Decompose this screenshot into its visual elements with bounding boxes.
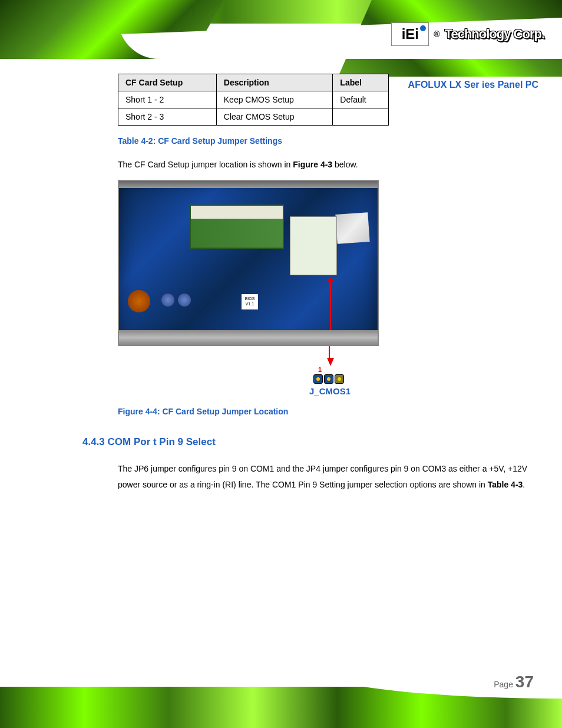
- callout-arrow-head: [327, 358, 334, 366]
- ram-module: [190, 205, 284, 249]
- inductor-coil: [128, 290, 150, 312]
- jumper-pin1-label: 1: [318, 366, 544, 373]
- page-number-badge: Page 37: [494, 673, 534, 691]
- body-text-post: .: [523, 480, 525, 489]
- table-cell: [333, 108, 389, 126]
- brand-name: Technology Corp.: [445, 27, 544, 42]
- table-row: Short 1 - 2 Keep CMOS Setup Default: [118, 91, 389, 108]
- capacitor: [178, 294, 191, 307]
- jumper-detail: 1 J_CMOS1: [312, 366, 538, 396]
- motherboard-figure: BIOS V1.1: [118, 180, 379, 346]
- wifi-module: [290, 216, 337, 275]
- bios-label: BIOS V1.1: [242, 294, 258, 309]
- location-figure-ref: Figure 4-3: [293, 160, 332, 169]
- table-cell: Short 2 - 3: [118, 108, 217, 126]
- jumper-id-label: J_CMOS1: [303, 386, 356, 396]
- table-cell: Short 1 - 2: [118, 91, 217, 108]
- callout-arrow-line: [330, 281, 331, 346]
- jumper-settings-table: CF Card Setup Description Label Short 1 …: [118, 74, 389, 126]
- ram-label-strip: [191, 206, 283, 219]
- section-heading: 4.4.3 COM Por t Pin 9 Select: [82, 436, 538, 448]
- page-content: CF Card Setup Description Label Short 1 …: [35, 65, 538, 657]
- location-text-pre: The CF Card Setup jumper location is sho…: [118, 160, 293, 169]
- cf-slot: [335, 212, 369, 244]
- location-text-post: below.: [332, 160, 358, 169]
- table-cell: Default: [333, 91, 389, 108]
- brand-logo: iEi: [391, 22, 429, 46]
- jumper-pin-icon: [313, 374, 323, 384]
- capacitor: [161, 294, 174, 307]
- jumper-pin-icon: [335, 374, 344, 384]
- table-header-description: Description: [216, 74, 333, 91]
- motherboard-photo: BIOS V1.1: [118, 180, 379, 346]
- body-text: The JP6 jumper configures pin 9 on COM1 …: [118, 464, 527, 489]
- table-cell: Clear CMOS Setup: [216, 108, 333, 126]
- page-label: Page: [494, 680, 515, 689]
- body-paragraph: The JP6 jumper configures pin 9 on COM1 …: [118, 461, 542, 492]
- body-table-ref: Table 4-3: [488, 480, 523, 489]
- table-header-setup: CF Card Setup: [118, 74, 217, 91]
- registered-mark: ®: [434, 29, 439, 39]
- table-cell: Keep CMOS Setup: [216, 91, 333, 108]
- jumper-pins-icon: [313, 374, 538, 384]
- table-row: Short 2 - 3 Clear CMOS Setup: [118, 108, 389, 126]
- table-caption: Table 4-2: CF Card Setup Jumper Settings: [118, 136, 538, 146]
- figure-caption: Figure 4-4: CF Card Setup Jumper Locatio…: [118, 407, 538, 416]
- table-header-label: Label: [333, 74, 389, 91]
- header-logo-area: iEi ® Technology Corp.: [391, 22, 544, 46]
- footer-band: Page 37: [0, 660, 562, 728]
- jumper-pin-icon: [324, 374, 333, 384]
- location-paragraph: The CF Card Setup jumper location is sho…: [118, 160, 538, 169]
- page-number: 37: [515, 673, 534, 691]
